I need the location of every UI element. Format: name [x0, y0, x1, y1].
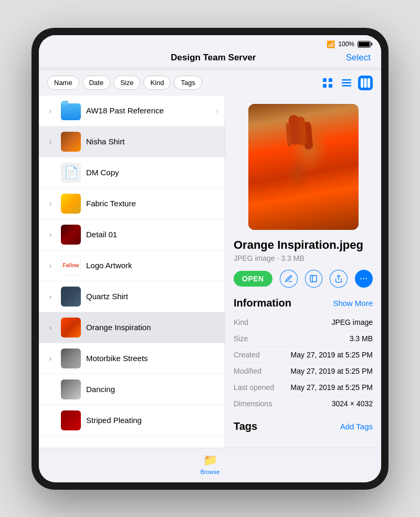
- wifi-icon: 📶: [327, 40, 335, 48]
- file-name: DM Copy: [86, 168, 218, 177]
- sort-tags[interactable]: Tags: [174, 76, 202, 90]
- svg-rect-1: [329, 78, 332, 82]
- sort-kind[interactable]: Kind: [143, 76, 171, 90]
- svg-rect-3: [329, 84, 332, 88]
- svg-rect-7: [361, 78, 363, 88]
- browse-tab[interactable]: 📁 Browse: [201, 453, 220, 475]
- file-name: Quartz Shirt: [86, 292, 218, 301]
- file-name: Nisha Shirt: [86, 137, 218, 146]
- chevron-left-icon: ›: [45, 323, 56, 332]
- info-row-last-opened: Last opened May 27, 2019 at 5:25 PM: [234, 379, 373, 396]
- sort-name[interactable]: Name: [47, 76, 79, 90]
- file-name: Detail 01: [86, 230, 218, 239]
- main-content: › AW18 Past Reference › › Nisha Shirt: [39, 96, 381, 448]
- svg-rect-2: [323, 84, 327, 88]
- grid-view-icon[interactable]: [320, 76, 335, 90]
- info-value-kind: JPEG image: [331, 318, 373, 326]
- action-bar: OPEN: [234, 270, 373, 288]
- info-header: Information Show More: [234, 297, 373, 309]
- battery-icon: [358, 41, 371, 48]
- list-item[interactable]: Dancing: [39, 374, 225, 405]
- info-label-size: Size: [234, 334, 248, 343]
- list-item[interactable]: › Orange Inspiration: [39, 312, 225, 343]
- list-item[interactable]: › Fabric Texture: [39, 188, 225, 219]
- sort-date[interactable]: Date: [82, 76, 110, 90]
- svg-rect-0: [323, 78, 327, 82]
- file-name: Logo Artwork: [86, 261, 218, 270]
- info-row-created: Created May 27, 2019 at 5:25 PM: [234, 347, 373, 363]
- file-name: Orange Inspiration: [86, 323, 218, 332]
- chevron-left-icon: ›: [45, 107, 56, 115]
- device-frame: 📶 100% Design Team Server Select Name Da…: [32, 28, 388, 490]
- tab-bar: 📁 Browse: [39, 448, 381, 482]
- select-button[interactable]: Select: [346, 52, 371, 63]
- file-thumbnail: [61, 132, 81, 152]
- info-value-last-opened: May 27, 2019 at 5:25 PM: [291, 383, 373, 392]
- file-thumbnail: 📄: [61, 163, 81, 183]
- chevron-right-icon: ›: [216, 107, 218, 115]
- file-thumbnail: [61, 379, 81, 399]
- show-more-button[interactable]: Show More: [333, 299, 373, 308]
- list-item[interactable]: › Fallow Logo Artwork: [39, 250, 225, 281]
- window-icon-button[interactable]: [305, 270, 323, 288]
- svg-rect-9: [368, 78, 370, 88]
- info-row-size: Size 3.3 MB: [234, 331, 373, 347]
- sort-size[interactable]: Size: [113, 76, 140, 90]
- list-item[interactable]: 📄 DM Copy: [39, 157, 225, 188]
- info-title: Information: [234, 297, 291, 309]
- nav-title: Design Team Server: [171, 52, 256, 63]
- info-row-kind: Kind JPEG image: [234, 314, 373, 331]
- detail-panel: Orange Inspiration.jpeg JPEG image · 3.3…: [225, 96, 381, 448]
- list-item[interactable]: › Nisha Shirt: [39, 126, 225, 157]
- file-name: Striped Pleating: [86, 416, 218, 425]
- file-name: Fabric Texture: [86, 199, 218, 208]
- status-bar: 📶 100%: [39, 35, 381, 50]
- file-name: Motorbike Streets: [86, 354, 218, 363]
- list-item[interactable]: › AW18 Past Reference ›: [39, 96, 225, 126]
- svg-rect-5: [342, 82, 351, 83]
- sort-bar: Name Date Size Kind Tags: [39, 70, 381, 96]
- view-controls: [320, 76, 373, 90]
- preview-image: [248, 104, 359, 230]
- info-label-last-opened: Last opened: [234, 383, 274, 392]
- file-name: Dancing: [86, 385, 218, 394]
- chevron-left-icon: ›: [45, 230, 56, 239]
- add-tags-button[interactable]: Add Tags: [340, 422, 373, 431]
- info-row-dimensions: Dimensions 3024 × 4032: [234, 396, 373, 412]
- file-thumbnail: Fallow: [61, 256, 81, 276]
- chevron-left-icon: ›: [45, 292, 56, 301]
- image-content: [248, 104, 359, 230]
- file-thumbnail: [61, 410, 81, 430]
- info-label-kind: Kind: [234, 318, 248, 326]
- share-icon-button[interactable]: [330, 270, 348, 288]
- info-label-dimensions: Dimensions: [234, 399, 272, 408]
- svg-rect-4: [342, 79, 351, 81]
- list-item[interactable]: Striped Pleating: [39, 405, 225, 436]
- chevron-left-icon: ›: [45, 261, 56, 270]
- info-value-modified: May 27, 2019 at 5:25 PM: [291, 367, 373, 375]
- file-thumbnail: [61, 225, 81, 245]
- file-thumbnail: [61, 101, 81, 121]
- column-view-icon[interactable]: [358, 76, 373, 90]
- browse-icon: 📁: [203, 453, 217, 467]
- chevron-left-icon: ›: [45, 354, 56, 363]
- tags-title: Tags: [234, 420, 257, 432]
- more-options-button[interactable]: ···: [355, 270, 373, 288]
- svg-rect-8: [364, 78, 367, 88]
- chevron-left-icon: ›: [45, 138, 56, 146]
- list-item[interactable]: › Detail 01: [39, 219, 225, 250]
- tags-section: Tags Add Tags: [234, 420, 373, 432]
- list-view-icon[interactable]: [339, 76, 354, 90]
- svg-rect-6: [342, 85, 351, 87]
- open-button[interactable]: OPEN: [234, 271, 272, 287]
- info-label-modified: Modified: [234, 367, 261, 375]
- chevron-left-icon: ›: [45, 199, 56, 208]
- markup-icon-button[interactable]: [280, 270, 298, 288]
- device-screen: 📶 100% Design Team Server Select Name Da…: [39, 35, 381, 482]
- list-item[interactable]: › Motorbike Streets: [39, 343, 225, 374]
- detail-filename: Orange Inspiration.jpeg: [234, 238, 373, 252]
- file-list: › AW18 Past Reference › › Nisha Shirt: [39, 96, 225, 448]
- info-label-created: Created: [234, 351, 260, 359]
- list-item[interactable]: › Quartz Shirt: [39, 281, 225, 312]
- file-thumbnail: [61, 349, 81, 368]
